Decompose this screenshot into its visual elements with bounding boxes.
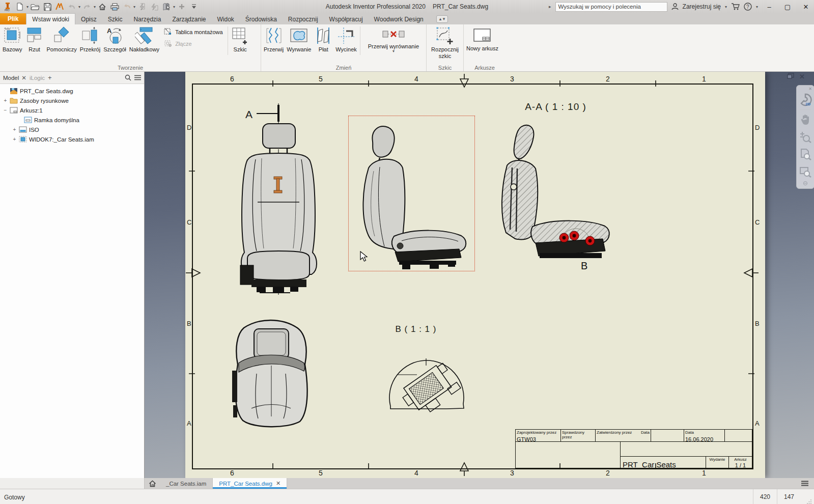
tab-szkic[interactable]: Szkic — [102, 13, 128, 24]
zoom-icon[interactable] — [797, 128, 814, 146]
tab-wspolpracuj[interactable]: Współpracuj — [324, 13, 369, 24]
browser-tab-model[interactable]: Model ✕ — [3, 74, 26, 81]
tab-opisz[interactable]: Opisz — [75, 13, 102, 24]
home-button[interactable] — [97, 2, 108, 12]
undo-button[interactable] — [66, 2, 77, 12]
book-dropdown[interactable]: ▾ — [173, 6, 175, 8]
home-tab-button[interactable] — [145, 478, 160, 489]
status-coordinate-y: 147 — [777, 489, 801, 504]
help-dropdown[interactable]: ▾ — [756, 6, 758, 8]
view-front-seat[interactable]: A A — [231, 102, 325, 296]
sign-in-dropdown[interactable]: ▾ — [725, 6, 727, 8]
view-detail-b[interactable] — [386, 355, 465, 422]
qat-add-button[interactable] — [176, 2, 187, 12]
zoom-all-icon[interactable] — [797, 146, 814, 163]
view-top-seat[interactable] — [229, 314, 313, 431]
qat-customize-button[interactable] — [188, 2, 200, 12]
tree-item-widok7[interactable]: + WIDOK7:_Car Seats.iam — [0, 134, 144, 144]
plat-button[interactable]: Płat — [313, 25, 334, 62]
view-side-seat[interactable] — [353, 120, 470, 273]
doc-tabs-menu-icon[interactable] — [796, 478, 814, 489]
folder-icon — [10, 97, 18, 104]
wyrwanie-button[interactable]: Wyrwanie — [285, 25, 313, 62]
szczegol-button[interactable]: A Szczegół — [102, 25, 128, 62]
tree-item-iso[interactable]: + ISO — [0, 125, 144, 134]
close-button[interactable]: ✕ — [799, 1, 813, 12]
bazowy-button[interactable]: Bazowy — [1, 25, 24, 62]
store-cart-icon[interactable] — [731, 3, 740, 10]
navbar-more-icon[interactable] — [802, 181, 808, 185]
steering-wheel-2d-icon[interactable]: 2D — [797, 91, 814, 108]
doc-tab-close-icon[interactable]: ✕ — [276, 480, 280, 487]
browser-search-icon[interactable] — [125, 74, 131, 81]
measure-book-icon[interactable] — [161, 2, 172, 12]
redo-button[interactable] — [81, 2, 93, 12]
autodesk-mark-icon[interactable] — [54, 2, 65, 12]
expand-icon[interactable]: + — [12, 136, 17, 142]
szkic-grid-button[interactable]: Szkic — [230, 25, 251, 62]
update-lightning-icon[interactable] — [136, 2, 148, 12]
new-file-dropdown[interactable]: ▾ — [26, 6, 29, 8]
doc-restore-icon[interactable] — [787, 73, 794, 80]
redo-dropdown[interactable]: ▾ — [94, 6, 96, 8]
wycinek-button[interactable]: Wycinek — [334, 25, 358, 62]
save-button[interactable] — [42, 2, 53, 12]
drawing-sheet[interactable]: 6 5 4 3 2 1 6 5 4 3 2 1 D C B A D C B A — [185, 72, 765, 478]
return-dropdown[interactable]: ▾ — [133, 6, 135, 8]
rzut-button[interactable]: Rzut — [24, 25, 45, 62]
doc-close-icon[interactable]: ✕ — [799, 73, 805, 80]
view-section-seat[interactable]: B — [497, 122, 611, 272]
tree-item-ramka[interactable]: Ramka domyślna — [0, 115, 144, 125]
przekroj-button[interactable]: Przekrój — [78, 25, 102, 62]
rozpocznij-szkic-button[interactable]: Rozpocznij szkic — [428, 25, 462, 62]
tree-item-document[interactable]: PRT_Car Seats.dwg — [0, 86, 144, 96]
pan-hand-icon[interactable] — [797, 111, 814, 128]
tab-narzedzia[interactable]: Narzędzia — [128, 13, 166, 24]
drawing-canvas[interactable]: 6 5 4 3 2 1 6 5 4 3 2 1 D C B A D C B A — [145, 72, 814, 478]
browser-tab-close-icon[interactable]: ✕ — [21, 74, 26, 81]
ribbon-collapse-button[interactable]: ▴ ▾ — [436, 15, 448, 23]
tab-wstaw-widoki[interactable]: Wstaw widoki — [26, 13, 75, 24]
tab-widok[interactable]: Widok — [211, 13, 239, 24]
border-icon — [19, 126, 27, 133]
zlacze-button[interactable]: Złącze — [164, 39, 223, 48]
doc-tab-car-seats-iam[interactable]: _Car Seats.iam — [160, 478, 213, 489]
sign-in-button[interactable]: Zarejestruj się — [683, 3, 721, 10]
resize-grip[interactable] — [801, 488, 814, 504]
zoom-window-icon[interactable] — [797, 163, 814, 180]
panel-arkusze: Nowy arkusz Arkusze — [463, 24, 506, 71]
return-button[interactable] — [121, 2, 132, 12]
doc-tab-prt-car-seats-dwg[interactable]: PRT_Car Seats.dwg ✕ — [213, 478, 287, 489]
help-icon[interactable]: ? — [744, 3, 752, 11]
maximize-button[interactable]: ▢ — [780, 1, 795, 12]
navbar-close-icon[interactable]: ✕ — [806, 87, 814, 91]
help-search-input[interactable]: Wyszukaj w pomocy i polecenia — [555, 2, 667, 12]
collapse-icon[interactable]: − — [3, 107, 8, 113]
pomocniczy-button[interactable]: Pomocniczy — [45, 25, 78, 62]
print-button[interactable] — [109, 2, 120, 12]
browser-add-tab-button[interactable]: + — [48, 74, 52, 81]
przerwij-wyrownanie-button[interactable]: Przerwij wyrównanie ▾ — [362, 25, 425, 62]
browser-tab-ilogic[interactable]: iLogic — [30, 75, 45, 81]
tab-plik[interactable]: Plik — [0, 13, 26, 24]
quick-change-lightning-icon[interactable] — [149, 2, 160, 12]
tree-item-zasoby[interactable]: + Zasoby rysunkowe — [0, 96, 144, 105]
minimize-button[interactable]: – — [762, 1, 776, 12]
tab-woodwork-design[interactable]: Woodwork Design — [369, 13, 429, 24]
tab-rozpocznij[interactable]: Rozpocznij — [283, 13, 324, 24]
nowy-arkusz-button[interactable]: Nowy arkusz — [465, 25, 500, 62]
tree-item-arkusz[interactable]: − Arkusz:1 — [0, 105, 144, 115]
nakladkowy-button[interactable]: Nakładkowy — [128, 25, 161, 62]
browser-menu-icon[interactable] — [134, 75, 141, 80]
zone-number: 6 — [230, 469, 234, 477]
tab-zarzadzanie[interactable]: Zarządzanie — [166, 13, 211, 24]
search-expand-icon[interactable]: ▸ — [549, 4, 551, 9]
expand-icon[interactable]: + — [3, 98, 8, 103]
tablica-montazowa-button[interactable]: Tablica montażowa — [164, 27, 223, 36]
open-button[interactable] — [30, 2, 41, 12]
new-file-button[interactable] — [14, 2, 25, 12]
przerwij-button[interactable]: Przerwij — [262, 25, 285, 62]
undo-dropdown[interactable]: ▾ — [78, 6, 80, 8]
expand-icon[interactable]: + — [12, 127, 17, 132]
tab-srodowiska[interactable]: Środowiska — [240, 13, 283, 24]
